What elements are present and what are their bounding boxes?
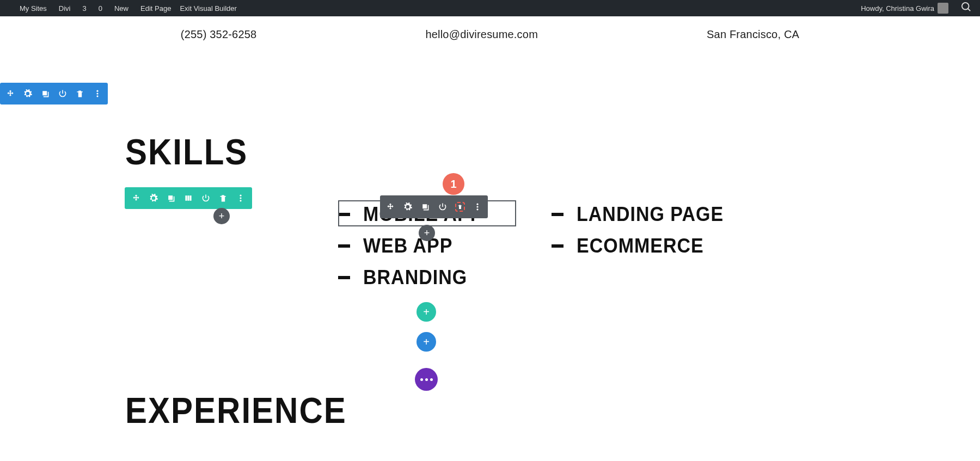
svg-point-3 xyxy=(240,195,241,196)
module-add-button[interactable]: + xyxy=(419,225,435,241)
more-icon[interactable] xyxy=(236,193,246,203)
skill-label: BRANDING xyxy=(363,266,467,289)
account-greeting: Howdy, Christina Gwira xyxy=(861,4,934,13)
dots-icon xyxy=(420,378,433,381)
skills-heading: SKILLS xyxy=(125,132,248,173)
svg-point-2 xyxy=(96,95,98,97)
site-name-menu[interactable]: Divi xyxy=(51,0,75,16)
search-icon[interactable] xyxy=(958,2,975,15)
plus-icon: + xyxy=(219,211,225,222)
skill-label: WEB APP xyxy=(363,234,452,257)
svg-point-5 xyxy=(240,200,241,201)
updates-count: 3 xyxy=(83,4,87,13)
comments-menu[interactable]: 0 xyxy=(91,0,107,16)
edit-page-label: Edit Page xyxy=(140,4,171,13)
my-sites-label: My Sites xyxy=(20,4,47,13)
gear-icon[interactable] xyxy=(403,202,413,212)
add-section-button[interactable]: + xyxy=(416,332,436,352)
trash-icon[interactable] xyxy=(218,193,228,203)
skill-item-branding: BRANDING xyxy=(338,267,467,288)
comments-count: 0 xyxy=(99,4,102,13)
trash-icon[interactable] xyxy=(455,202,465,212)
svg-point-6 xyxy=(476,204,478,205)
gear-icon[interactable] xyxy=(149,193,158,203)
row-toolbar xyxy=(125,187,252,209)
dash-icon xyxy=(338,244,350,248)
module-toolbar xyxy=(380,195,488,218)
columns-icon[interactable] xyxy=(183,193,193,203)
my-sites-menu[interactable]: My Sites xyxy=(12,0,51,16)
power-icon[interactable] xyxy=(58,89,68,99)
contact-email: hello@diviresume.com xyxy=(425,28,538,41)
exit-vb-label: Exit Visual Builder xyxy=(180,4,237,13)
updates-menu[interactable]: 3 xyxy=(75,0,91,16)
plus-icon: + xyxy=(424,228,430,239)
account-menu[interactable]: Howdy, Christina Gwira xyxy=(856,0,953,16)
skill-item-ecommerce: ECOMMERCE xyxy=(552,235,704,256)
more-icon[interactable] xyxy=(93,89,102,99)
section-toolbar xyxy=(0,83,108,105)
duplicate-icon[interactable] xyxy=(40,89,50,99)
move-icon[interactable] xyxy=(385,202,395,212)
duplicate-icon[interactable] xyxy=(420,202,430,212)
svg-point-7 xyxy=(476,206,478,207)
duplicate-icon[interactable] xyxy=(166,193,176,203)
svg-point-4 xyxy=(240,197,241,199)
avatar-icon xyxy=(938,3,948,14)
svg-point-1 xyxy=(96,93,98,94)
edit-page-menu[interactable]: Edit Page xyxy=(133,0,175,16)
wp-admin-bar: My Sites Divi 3 0 New xyxy=(0,0,980,16)
trash-icon[interactable] xyxy=(75,89,85,99)
svg-point-0 xyxy=(96,90,98,92)
power-icon[interactable] xyxy=(201,193,211,203)
dash-icon xyxy=(338,276,350,279)
new-label: New xyxy=(114,4,128,13)
skill-label: ECOMMERCE xyxy=(577,234,704,257)
contact-phone: (255) 352-6258 xyxy=(181,28,257,41)
move-icon[interactable] xyxy=(131,193,141,203)
contact-location: San Francisco, CA xyxy=(707,28,799,41)
row-add-button[interactable]: + xyxy=(213,208,230,224)
wp-logo[interactable] xyxy=(3,0,12,16)
dash-icon xyxy=(552,244,564,248)
annotation-badge-1: 1 xyxy=(443,173,464,195)
svg-point-8 xyxy=(476,208,478,210)
more-icon[interactable] xyxy=(473,202,482,212)
exit-visual-builder[interactable]: Exit Visual Builder xyxy=(175,0,241,16)
skill-label: LANDING PAGE xyxy=(577,202,724,226)
move-icon[interactable] xyxy=(5,89,15,99)
add-row-button[interactable]: + xyxy=(416,302,436,322)
plus-icon: + xyxy=(423,336,430,348)
new-menu[interactable]: New xyxy=(107,0,133,16)
contact-row: (255) 352-6258 hello@diviresume.com San … xyxy=(0,28,980,41)
site-name-label: Divi xyxy=(59,4,71,13)
plus-icon: + xyxy=(423,306,430,318)
power-icon[interactable] xyxy=(438,202,448,212)
skill-item-webapp: WEB APP xyxy=(338,235,452,256)
divi-builder-menu-button[interactable] xyxy=(415,368,438,391)
dash-icon xyxy=(552,213,564,216)
skill-item-landing: LANDING PAGE xyxy=(552,204,724,225)
gear-icon[interactable] xyxy=(23,89,33,99)
experience-heading: EXPERIENCE xyxy=(125,390,347,432)
